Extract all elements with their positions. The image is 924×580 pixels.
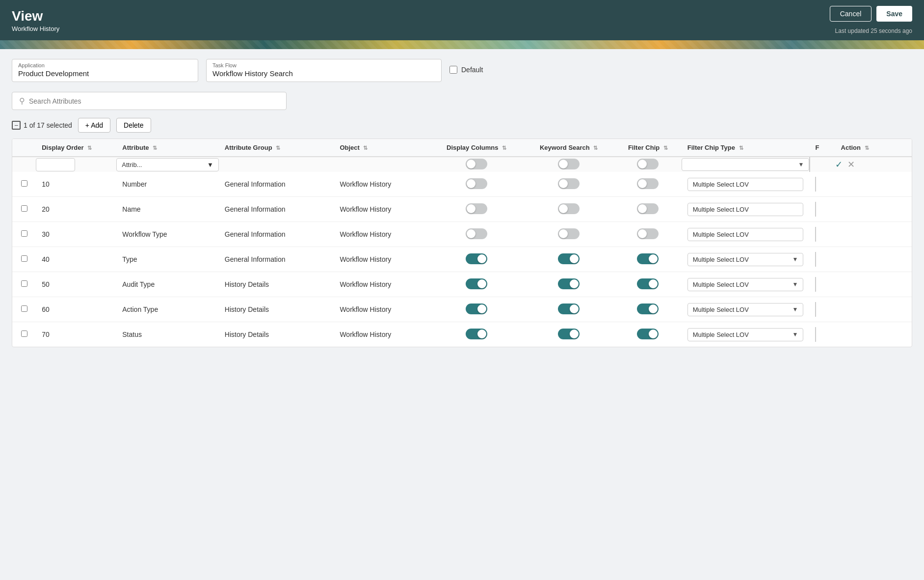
row-keyword-search-cell <box>523 297 614 322</box>
row-keyword-search-cell <box>523 272 614 297</box>
filter-action-cell: ✓ ✕ <box>835 157 912 172</box>
row-action-cell <box>835 247 912 272</box>
filter-attr-select[interactable]: Attrib... ▼ <box>116 158 219 171</box>
keyword-search-toggle[interactable] <box>558 203 580 214</box>
filter-chip-type-cell: ▼ <box>682 157 810 172</box>
th-keyword-search[interactable]: Keyword Search ⇅ <box>523 139 614 157</box>
row-action-cell <box>835 222 912 247</box>
row-checkbox[interactable] <box>21 230 27 237</box>
row-checkbox-cell <box>12 297 36 322</box>
th-filter-chip-type[interactable]: Filter Chip Type ⇅ <box>682 139 810 157</box>
th-display-order[interactable]: Display Order ⇅ <box>36 139 116 157</box>
keyword-search-toggle[interactable] <box>558 329 580 339</box>
filter-display-cell <box>430 157 523 172</box>
row-checkbox[interactable] <box>21 255 27 262</box>
keyword-search-toggle[interactable] <box>558 178 580 189</box>
table-row: 30Workflow TypeGeneral InformationWorkfl… <box>12 222 912 247</box>
th-display-columns[interactable]: Display Columns ⇅ <box>430 139 523 157</box>
row-object: Workflow History <box>334 297 430 322</box>
filter-chip-toggle[interactable] <box>637 329 659 339</box>
table-container: Display Order ⇅ Attribute ⇅ Attribute Gr… <box>12 138 912 347</box>
filter-display-toggle[interactable] <box>466 159 487 169</box>
filter-chip-toggle[interactable] <box>637 178 659 189</box>
filter-keyword-toggle[interactable] <box>558 159 580 169</box>
select-indicator: 1 of 17 selected <box>12 121 72 130</box>
th-attribute[interactable]: Attribute ⇅ <box>116 139 219 157</box>
row-attribute-group: General Information <box>219 172 334 197</box>
th-attribute-group[interactable]: Attribute Group ⇅ <box>219 139 334 157</box>
chip-type-arrow: ▼ <box>792 256 798 263</box>
filter-chip-toggle[interactable] <box>637 228 659 239</box>
filter-chip-type-arrow: ▼ <box>798 161 804 168</box>
row-object: Workflow History <box>334 222 430 247</box>
row-checkbox[interactable] <box>21 205 27 212</box>
row-checkbox[interactable] <box>21 180 27 187</box>
row-checkbox[interactable] <box>21 331 27 337</box>
row-f-cell <box>809 272 835 297</box>
header-buttons: Cancel Save <box>830 6 912 22</box>
row-attribute-group: History Details <box>219 272 334 297</box>
attributes-table: Display Order ⇅ Attribute ⇅ Attribute Gr… <box>12 139 912 347</box>
row-display-columns-cell <box>430 197 523 222</box>
deselect-all-button[interactable] <box>12 121 21 130</box>
search-input[interactable] <box>29 97 279 105</box>
filter-chip-type-dropdown[interactable]: Multiple Select LOV ▼ <box>687 278 804 291</box>
delete-button[interactable]: Delete <box>116 118 151 133</box>
display-columns-toggle[interactable] <box>466 304 487 314</box>
default-checkbox[interactable]: Default <box>449 59 483 74</box>
confirm-icon[interactable]: ✓ <box>835 159 843 170</box>
filter-keyword-cell <box>523 157 614 172</box>
display-columns-toggle[interactable] <box>466 178 487 189</box>
keyword-search-toggle[interactable] <box>558 228 580 239</box>
filter-chip-type-dropdown[interactable]: Multiple Select LOV ▼ <box>687 253 804 266</box>
filter-chip-type-dropdown[interactable]: Multiple Select LOV <box>687 203 804 216</box>
keyword-search-toggle[interactable] <box>558 278 580 289</box>
display-columns-toggle[interactable] <box>466 203 487 214</box>
row-checkbox[interactable] <box>21 305 27 312</box>
row-f-cell <box>809 322 835 347</box>
default-checkbox-input[interactable] <box>449 66 457 74</box>
row-filter-chip-type-cell: Multiple Select LOV <box>682 197 810 222</box>
filter-chip-toggle[interactable] <box>637 278 659 289</box>
taskflow-value: Workflow History Search <box>212 69 435 78</box>
display-columns-toggle[interactable] <box>466 329 487 339</box>
filter-chip-type-select[interactable]: ▼ <box>682 158 810 171</box>
row-order: 30 <box>36 222 116 247</box>
row-f-cell <box>809 172 835 197</box>
chip-type-value: Multiple Select LOV <box>693 181 749 188</box>
th-object[interactable]: Object ⇅ <box>334 139 430 157</box>
filter-order-input[interactable] <box>36 158 75 171</box>
sort-filter-chip-type-icon: ⇅ <box>739 145 743 151</box>
filter-chip-toggle[interactable] <box>637 159 659 169</box>
table-row: 20NameGeneral InformationWorkflow Histor… <box>12 197 912 222</box>
keyword-search-toggle[interactable] <box>558 304 580 314</box>
display-columns-toggle[interactable] <box>466 253 487 264</box>
filter-chip-toggle[interactable] <box>637 253 659 264</box>
row-checkbox[interactable] <box>21 280 27 287</box>
row-attribute: Audit Type <box>116 272 219 297</box>
cancel-button[interactable]: Cancel <box>830 6 872 22</box>
row-object: Workflow History <box>334 272 430 297</box>
sort-display-columns-icon: ⇅ <box>502 145 506 151</box>
filter-chip-type-dropdown[interactable]: Multiple Select LOV ▼ <box>687 303 804 316</box>
filter-chip-cell <box>614 157 682 172</box>
th-filter-chip[interactable]: Filter Chip ⇅ <box>614 139 682 157</box>
filter-chip-toggle[interactable] <box>637 304 659 314</box>
filter-chip-type-dropdown[interactable]: Multiple Select LOV <box>687 178 804 191</box>
filter-chip-type-dropdown[interactable]: Multiple Select LOV ▼ <box>687 328 804 341</box>
selected-count: 1 of 17 selected <box>24 121 72 129</box>
filter-chip-type-dropdown[interactable]: Multiple Select LOV <box>687 228 804 241</box>
table-filter-row: Attrib... ▼ <box>12 157 912 172</box>
display-columns-toggle[interactable] <box>466 228 487 239</box>
row-order: 60 <box>36 297 116 322</box>
add-button[interactable]: + Add <box>78 118 110 133</box>
cancel-icon[interactable]: ✕ <box>847 159 855 170</box>
keyword-search-toggle[interactable] <box>558 253 580 264</box>
save-button[interactable]: Save <box>876 6 912 22</box>
row-attribute-group: History Details <box>219 297 334 322</box>
row-object: Workflow History <box>334 172 430 197</box>
filter-chip-toggle[interactable] <box>637 203 659 214</box>
display-columns-toggle[interactable] <box>466 278 487 289</box>
toolbar: 1 of 17 selected + Add Delete <box>12 118 912 133</box>
th-action[interactable]: Action ⇅ <box>835 139 912 157</box>
